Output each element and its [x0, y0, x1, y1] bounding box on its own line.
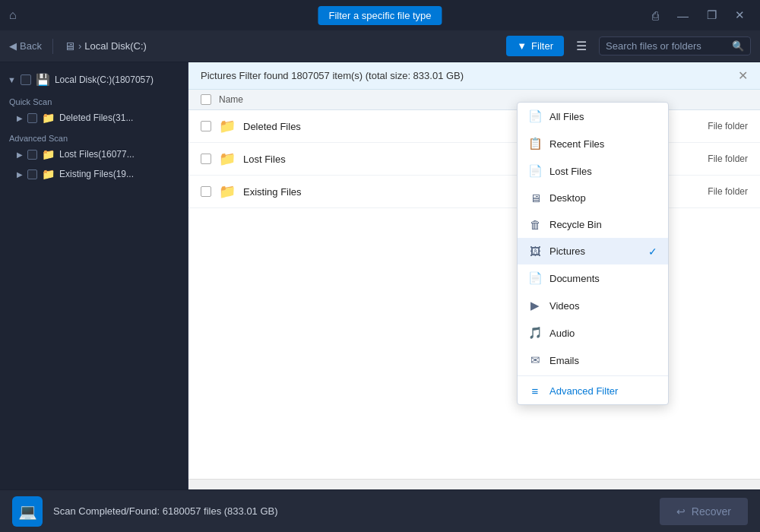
sidebar-disk-item[interactable]: ▼ 💾 Local Disk(C:)(1807057) — [0, 68, 188, 91]
titlebar-left: ⌂ — [9, 8, 17, 22]
back-button[interactable]: ◀ Back — [9, 40, 42, 52]
file-type-1: File folder — [687, 154, 748, 164]
disk-checkbox[interactable] — [21, 74, 31, 85]
restore-button[interactable]: ❐ — [701, 7, 723, 24]
search-box: 🔍 — [599, 36, 751, 55]
videos-icon: ▶ — [528, 299, 542, 312]
toolbar: ◀ Back 🖥 › Local Disk(C:) ▼ Filter ☰ 🔍 — [0, 30, 760, 62]
advanced-filter-label: Advanced Filter — [549, 385, 657, 397]
desktop-label: Desktop — [549, 192, 657, 204]
main-area: ▼ 💾 Local Disk(C:)(1807057) Quick Scan ▶… — [0, 62, 760, 489]
row-checkbox-1[interactable] — [201, 154, 211, 164]
back-arrow-icon: ◀ — [9, 40, 17, 52]
window-controls: ⎙ — ❐ ✕ — [646, 7, 751, 24]
recent-files-label: Recent Files — [549, 138, 657, 150]
filter-icon: ▼ — [517, 40, 527, 52]
dropdown-item-recent-files[interactable]: 📋 Recent Files — [518, 130, 668, 157]
header-checkbox[interactable] — [201, 94, 211, 105]
status-computer-icon: 💻 — [12, 496, 43, 527]
existing-files-label: Existing Files(19... — [59, 169, 134, 179]
audio-label: Audio — [549, 328, 657, 339]
sidebar-item-deleted-files[interactable]: ▶ 📁 Deleted Files(31... — [0, 108, 188, 128]
folder-icon-1: 📁 — [219, 150, 236, 167]
lost-files-label: Lost Files(16077... — [59, 149, 135, 160]
filter-dropdown: 📄 All Files 📋 Recent Files 📄 Lost Files … — [517, 102, 669, 405]
videos-label: Videos — [549, 300, 657, 312]
pictures-check-icon: ✓ — [648, 245, 657, 258]
documents-label: Documents — [549, 273, 657, 284]
recycle-bin-label: Recycle Bin — [549, 219, 657, 230]
minimize-button[interactable]: — — [671, 8, 695, 24]
deleted-checkbox[interactable] — [27, 113, 37, 123]
horizontal-scrollbar[interactable] — [188, 479, 760, 489]
dropdown-item-videos[interactable]: ▶ Videos — [518, 292, 668, 319]
dropdown-item-advanced-filter[interactable]: ≡ Advanced Filter — [518, 378, 668, 404]
dropdown-item-pictures[interactable]: 🖼 Pictures ✓ — [518, 238, 668, 264]
deleted-folder-icon: 📁 — [42, 112, 55, 124]
lost-folder-icon: 📁 — [42, 148, 55, 160]
dropdown-item-lost-files[interactable]: 📄 Lost Files — [518, 157, 668, 185]
desktop-icon: 🖥 — [528, 192, 542, 204]
recover-icon: ↩ — [676, 505, 686, 518]
audio-icon: 🎵 — [528, 326, 542, 340]
documents-icon: 📄 — [528, 271, 542, 285]
list-view-button[interactable]: ☰ — [570, 36, 593, 56]
titlebar: ⌂ Filter a specific file type ⎙ — ❐ ✕ — [0, 0, 760, 30]
existing-folder-icon: 📁 — [42, 168, 55, 180]
close-button[interactable]: ✕ — [729, 7, 751, 24]
breadcrumb: 🖥 › Local Disk(C:) — [64, 40, 147, 52]
disk-name-label: Local Disk(C:)(1807057) — [55, 74, 154, 85]
emails-icon: ✉ — [528, 353, 542, 367]
file-type-2: File folder — [687, 186, 748, 197]
status-text: Scan Completed/Found: 6180057 files (833… — [53, 505, 649, 517]
emails-label: Emails — [549, 355, 657, 366]
recover-label: Recover — [692, 505, 731, 518]
advanced-scan-section-label: Advanced Scan — [0, 128, 188, 144]
table-row[interactable]: 📁 Existing Files File folder — [188, 176, 760, 208]
disk-chevron-icon: ▼ — [8, 75, 16, 84]
sidebar-item-lost-files[interactable]: ▶ 📁 Lost Files(16077... — [0, 144, 188, 164]
dropdown-item-desktop[interactable]: 🖥 Desktop — [518, 185, 668, 211]
search-icon[interactable]: 🔍 — [732, 40, 744, 52]
file-header: Pictures Filter found 1807057 item(s) (t… — [188, 62, 760, 90]
recover-button[interactable]: ↩ Recover — [660, 498, 748, 525]
dropdown-divider — [518, 375, 668, 376]
lost-files-icon: 📄 — [528, 164, 542, 178]
file-header-close-button[interactable]: ✕ — [738, 68, 748, 83]
share-button[interactable]: ⎙ — [646, 8, 665, 24]
dropdown-item-emails[interactable]: ✉ Emails — [518, 347, 668, 374]
computer-icon: 💻 — [18, 502, 37, 521]
file-header-text: Pictures Filter found 1807057 item(s) (t… — [201, 70, 464, 81]
lost-checkbox[interactable] — [27, 150, 37, 160]
file-table: 📁 Deleted Files File folder 📁 Lost Files… — [188, 110, 760, 479]
pictures-label: Pictures — [549, 245, 641, 257]
existing-checkbox[interactable] — [27, 169, 37, 179]
table-row[interactable]: 📁 Deleted Files File folder — [188, 110, 760, 143]
recycle-bin-icon: 🗑 — [528, 218, 542, 231]
lost-files-label: Lost Files — [549, 166, 657, 177]
advanced-filter-icon: ≡ — [528, 385, 542, 397]
toolbar-separator — [52, 39, 53, 54]
sidebar-item-existing-files[interactable]: ▶ 📁 Existing Files(19... — [0, 164, 188, 184]
row-checkbox-0[interactable] — [201, 121, 211, 131]
path-arrow: › — [78, 40, 81, 52]
filter-tooltip: Filter a specific file type — [318, 6, 442, 25]
dropdown-item-recycle-bin[interactable]: 🗑 Recycle Bin — [518, 211, 668, 238]
back-label: Back — [20, 40, 42, 52]
home-icon[interactable]: ⌂ — [9, 8, 17, 22]
filter-button[interactable]: ▼ Filter — [506, 36, 564, 56]
filter-label: Filter — [531, 40, 553, 52]
toolbar-right: ▼ Filter ☰ 🔍 — [506, 36, 751, 56]
folder-icon-0: 📁 — [219, 118, 236, 135]
statusbar: 💻 Scan Completed/Found: 6180057 files (8… — [0, 489, 760, 532]
table-row[interactable]: 📁 Lost Files File folder — [188, 143, 760, 176]
name-column-header: Name — [219, 94, 243, 105]
dropdown-item-documents[interactable]: 📄 Documents — [518, 264, 668, 292]
row-checkbox-2[interactable] — [201, 186, 211, 197]
dropdown-item-all-files[interactable]: 📄 All Files — [518, 103, 668, 130]
file-column-header: Name — [188, 90, 760, 110]
search-input[interactable] — [606, 40, 727, 52]
sidebar: ▼ 💾 Local Disk(C:)(1807057) Quick Scan ▶… — [0, 62, 188, 489]
dropdown-item-audio[interactable]: 🎵 Audio — [518, 319, 668, 347]
file-area: Pictures Filter found 1807057 item(s) (t… — [188, 62, 760, 489]
